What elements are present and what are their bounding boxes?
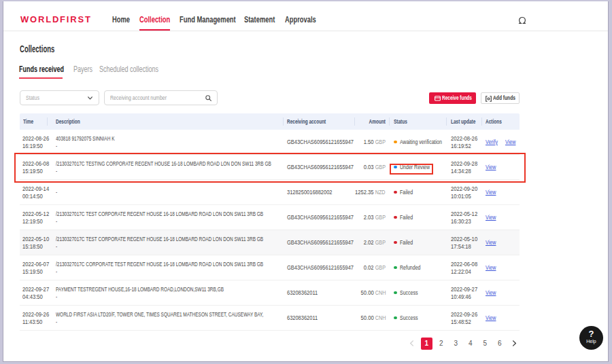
nav-item-fund-management[interactable]: Fund Management: [180, 7, 252, 33]
cell-actions: View: [486, 289, 498, 296]
status-dot: [394, 216, 397, 219]
action-link-view[interactable]: View: [486, 164, 498, 170]
column-header-actions: Actions: [486, 113, 508, 130]
action-link-view[interactable]: View: [486, 239, 498, 246]
cell-actions: VerifyView: [486, 139, 518, 145]
chevron-right-icon: [512, 340, 517, 346]
update-clock-text: 10:49:46: [451, 293, 471, 300]
pagination-next-button[interactable]: [509, 338, 521, 350]
amount-text: 1252.35 NZD: [355, 189, 386, 196]
table-row[interactable]: 2022-09-14 00:14:50 - 3128250016882002 1…: [20, 180, 520, 205]
column-label-actions: Actions: [486, 113, 502, 130]
pagination-page-4[interactable]: 4: [464, 338, 477, 350]
status-filter-select[interactable]: Status: [20, 90, 99, 105]
help-button[interactable]: ? Help: [579, 326, 603, 350]
pagination-page-3[interactable]: 3: [450, 338, 462, 350]
nav-item-statement[interactable]: Statement: [244, 7, 284, 33]
tab-scheduled-collections-label: Scheduled collections: [99, 65, 158, 74]
nav-item-collection[interactable]: Collection: [139, 7, 179, 33]
action-link-label: View: [486, 189, 496, 196]
status-label: Failed: [400, 239, 413, 246]
pagination-prev-button[interactable]: [406, 338, 418, 350]
cell-status: Failed: [394, 189, 416, 196]
cell-description: /2130327017C TESTING CORPORATE REGENT HO…: [56, 160, 286, 175]
nav-approvals-label: Approvals: [285, 7, 316, 33]
table-row[interactable]: 2022-06-08 15:19:50 /2130327017C TESTING…: [20, 155, 520, 180]
cell-last-update: 2022-05-10 17:54:18: [451, 236, 482, 250]
cell-time: 2022-06-08 15:19:50: [22, 160, 54, 175]
amount-currency: GBP: [375, 139, 386, 145]
worldfirst-logo[interactable]: WORLDFIRST: [20, 5, 92, 35]
table-row[interactable]: 2022-05-12 12:19:50 /2130327017C TEST CO…: [20, 205, 520, 230]
time-clock-text: 16:19:50: [22, 142, 43, 149]
funds-received-table: Time Description Receiving account Amoun…: [20, 113, 520, 331]
top-navigation-bar: WORLDFIRST Home Collection Fund Manageme…: [3, 1, 608, 31]
add-funds-button[interactable]: Add funds: [481, 92, 520, 104]
description-line: -: [56, 318, 57, 325]
cell-time: 2022-09-26 11:43:50: [22, 311, 54, 325]
nav-item-approvals[interactable]: Approvals: [285, 7, 325, 33]
page-title-text: Collections: [20, 43, 54, 54]
time-clock-text: 15:19:50: [22, 167, 43, 175]
status-dot: [394, 266, 397, 270]
action-link-view[interactable]: View: [486, 289, 498, 296]
receiving-account-input[interactable]: [110, 91, 179, 105]
pagination-page-6[interactable]: 6: [494, 338, 506, 350]
tab-scheduled-collections[interactable]: Scheduled collections: [99, 65, 178, 73]
description-line: 403818 91792075 SINNIAH K: [56, 135, 114, 143]
amount-currency: GBP: [375, 264, 386, 271]
nav-fund-management-label: Fund Management: [180, 7, 236, 33]
status-label: Refunded: [400, 264, 420, 271]
action-link-label: View: [486, 264, 496, 271]
cell-actions: View: [486, 214, 498, 221]
status-dot: [394, 241, 397, 244]
nav-item-home[interactable]: Home: [112, 7, 135, 33]
table-row[interactable]: 2022-09-26 11:43:50 WORLD FIRST ASIA LTD…: [20, 306, 520, 331]
pagination-page-2[interactable]: 2: [435, 338, 447, 350]
pagination-page-5[interactable]: 5: [479, 338, 492, 350]
action-link-view[interactable]: View: [486, 189, 498, 196]
amount-currency: GBP: [375, 239, 386, 246]
tab-funds-received[interactable]: Funds received: [19, 65, 79, 73]
worldfirst-logo-text: WORLDFIRST: [20, 14, 92, 24]
amount-text: 0.03 GBP: [364, 164, 386, 170]
description-line: -: [56, 242, 57, 250]
action-link-label: View: [486, 289, 496, 296]
amount-currency: GBP: [375, 164, 386, 170]
description-line: WORLD FIRST ASIA LTD20/F, TOWER ONE, TIM…: [56, 311, 263, 318]
table-row[interactable]: 2022-08-26 16:19:50 403818 91792075 SINN…: [20, 130, 520, 155]
amount-currency: NZD: [375, 189, 386, 196]
amount-currency: CNH: [375, 314, 386, 321]
status-dot: [394, 166, 397, 169]
receive-funds-button[interactable]: Receive funds: [429, 92, 476, 104]
time-clock-text: 00:14:50: [22, 192, 43, 200]
search-icon[interactable]: [205, 95, 211, 101]
receiving-account-search: [104, 90, 218, 105]
update-date-text: 2022-09-27: [451, 286, 477, 293]
user-icon[interactable]: [517, 15, 527, 24]
cell-amount: 0.02 GBP: [312, 264, 386, 271]
header-separator: [354, 117, 355, 126]
header-separator: [389, 117, 390, 126]
nav-statement-label: Statement: [244, 7, 275, 33]
action-link-view[interactable]: View: [486, 314, 498, 321]
cell-description: /2130327017C CORPORATE TEST REGENT HOUSE…: [56, 261, 286, 275]
pagination-page-1[interactable]: 1: [421, 338, 433, 350]
action-link-label: View: [505, 139, 515, 145]
action-link-view[interactable]: View: [486, 214, 498, 221]
cell-status: Under Review: [394, 164, 438, 170]
description-line: -: [56, 217, 57, 225]
amount-text: 50.00 CNH: [360, 289, 386, 296]
action-link-view[interactable]: View: [505, 139, 518, 145]
table-row[interactable]: 2022-06-07 15:19:50 /2130327017C CORPORA…: [20, 255, 520, 280]
action-link-view[interactable]: View: [486, 264, 498, 271]
update-date-text: 2022-05-10: [451, 236, 477, 243]
cell-actions: View: [486, 314, 498, 321]
tab-payers[interactable]: Payers: [73, 65, 99, 73]
table-row[interactable]: 2022-09-27 04:43:50 PAYMENT TESTREGENT H…: [20, 280, 520, 306]
action-link-verify[interactable]: Verify: [486, 139, 501, 145]
header-separator: [481, 117, 482, 126]
action-link-label: View: [486, 239, 496, 246]
time-date-text: 2022-09-27: [22, 286, 49, 293]
table-row[interactable]: 2022-05-10 15:18:50 /2130327017C TEST CO…: [20, 230, 520, 255]
